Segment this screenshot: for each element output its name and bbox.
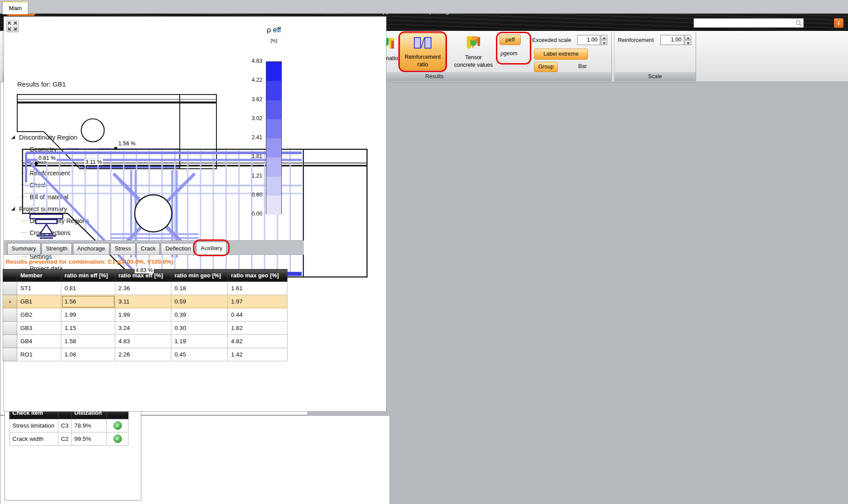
value-cell: 4.82 bbox=[228, 335, 288, 348]
value-cell: 2.26 bbox=[115, 348, 171, 361]
scale-reinforcement-label: Reinforcement bbox=[618, 37, 660, 43]
ratio-label-bottom: 4.83 % bbox=[135, 267, 154, 273]
member-row-gb4[interactable]: GB41.584.831.194.82 bbox=[3, 335, 288, 348]
check-cell: Stress limitation bbox=[10, 419, 58, 432]
subtab-anchorage[interactable]: Anchorage bbox=[73, 243, 110, 254]
value-cell: 0.81 bbox=[61, 282, 115, 295]
results-column-header: Member bbox=[17, 269, 61, 282]
subtab-deflection[interactable]: Deflection bbox=[161, 243, 195, 254]
value-cell: 1.15 bbox=[61, 322, 115, 335]
value-cell: 0.39 bbox=[171, 308, 228, 322]
drawing-title: Results for: GB1 bbox=[17, 80, 66, 88]
ratio-label-top: 0.81 % bbox=[38, 155, 57, 161]
scale-title: ρ eff bbox=[254, 26, 294, 34]
row-selector[interactable]: › bbox=[3, 295, 17, 308]
results-column-header: ratio min eff [%] bbox=[61, 269, 115, 282]
scale-band bbox=[266, 62, 281, 81]
scale-band bbox=[266, 196, 281, 215]
member-cell: GB1 bbox=[17, 295, 61, 308]
combination-note: Results presented for combination: C1 (G… bbox=[6, 258, 174, 265]
member-cell: GB3 bbox=[17, 322, 61, 335]
scale-tick-label: 0.60 bbox=[238, 192, 262, 198]
member-row-gb2[interactable]: GB21.991.990.390.44 bbox=[3, 308, 288, 322]
main-tabstrip: Main bbox=[0, 0, 848, 14]
exceeded-scale-input[interactable]: 1.00 bbox=[577, 35, 600, 45]
row-selector[interactable] bbox=[3, 348, 17, 361]
value-cell: 1.97 bbox=[228, 295, 288, 308]
scale-tick-label: 0.00 bbox=[238, 211, 262, 217]
check-cell: Crack width bbox=[10, 432, 58, 446]
value-cell: 1.19 bbox=[171, 335, 228, 348]
subtab-auxiliary[interactable]: Auxiliary bbox=[196, 242, 227, 254]
support-icon bbox=[30, 214, 63, 238]
check-row-crack-width[interactable]: Crack widthC299.5%✓ bbox=[10, 432, 129, 446]
tab-main[interactable]: Main bbox=[2, 1, 28, 14]
scale-band bbox=[266, 157, 281, 176]
bar-button[interactable]: Bar bbox=[574, 63, 591, 69]
value-cell: 1.61 bbox=[228, 282, 288, 295]
scale-band bbox=[266, 100, 281, 119]
value-cell: 1.42 bbox=[228, 348, 288, 361]
subtab-crack[interactable]: Crack bbox=[136, 243, 160, 254]
ribbon-group-scale: Reinforcement 1.00 Scale bbox=[614, 32, 696, 81]
reinforcement-ratio-icon bbox=[413, 36, 432, 51]
search-icon bbox=[795, 20, 802, 26]
value-cell: 1.08 bbox=[61, 348, 115, 361]
row-selector[interactable] bbox=[3, 322, 17, 335]
opening-circle bbox=[135, 195, 172, 232]
value-cell: 4.83 bbox=[115, 335, 171, 348]
search-input[interactable] bbox=[695, 19, 793, 27]
exceeded-scale-label: Exceeded scale bbox=[532, 37, 576, 43]
check-cell: C3 bbox=[58, 419, 72, 432]
tensor-concrete-values-button[interactable]: Tensor concrete values bbox=[450, 35, 497, 68]
check-cell: C2 bbox=[58, 432, 72, 446]
scale-tick-label: 1.81 bbox=[238, 153, 262, 159]
scale-reinforcement-input[interactable]: 1.00 bbox=[660, 35, 684, 45]
row-selector[interactable] bbox=[3, 308, 17, 322]
member-cell: GB4 bbox=[17, 335, 61, 348]
check-row-stress-limitation[interactable]: Stress limitationC378.9%✓ bbox=[10, 419, 129, 432]
check-cell: 78.9% bbox=[72, 419, 107, 432]
fit-view-button[interactable] bbox=[6, 20, 19, 32]
quick-search-box bbox=[693, 18, 804, 28]
results-column-header: ratio max geo [%] bbox=[228, 269, 288, 282]
row-selector[interactable] bbox=[3, 282, 17, 295]
value-cell: 0.44 bbox=[228, 308, 288, 322]
tensor-icon bbox=[464, 35, 483, 51]
member-cell: RO1 bbox=[17, 348, 61, 361]
value-cell: 0.30 bbox=[171, 322, 228, 335]
group-label-scale: Scale bbox=[614, 72, 696, 81]
results-table: Memberratio min eff [%]ratio max eff [%]… bbox=[3, 269, 288, 361]
value-cell: 1.99 bbox=[115, 308, 171, 322]
ratio-label-mid: 1.56 % bbox=[117, 140, 136, 147]
reinforcement-ratio-button[interactable]: Reinforcement ratio bbox=[400, 33, 446, 70]
member-row-st1[interactable]: ST10.812.360.181.61 bbox=[3, 282, 288, 295]
value-cell: 1.58 bbox=[61, 335, 115, 348]
subtab-strength[interactable]: Strength bbox=[42, 243, 72, 254]
member-row-gb3[interactable]: GB31.153.240.301.82 bbox=[3, 322, 288, 335]
member-row-ro1[interactable]: RO11.082.260.451.42 bbox=[3, 348, 288, 361]
row-selector[interactable] bbox=[3, 335, 17, 348]
results-column-header: ratio min geo [%] bbox=[171, 269, 228, 282]
scale-band bbox=[266, 138, 281, 157]
info-button[interactable]: i bbox=[834, 18, 844, 28]
member-row-gb1[interactable]: ›GB11.563.110.591.97 bbox=[3, 295, 288, 308]
subtab-summary[interactable]: Summary bbox=[7, 243, 41, 254]
scale-reinforcement-stepper[interactable] bbox=[685, 35, 691, 45]
value-cell: 1.82 bbox=[228, 322, 288, 335]
scale-tick-label: 4.22 bbox=[238, 77, 262, 83]
member-cell: ST1 bbox=[17, 282, 61, 295]
rho-geom-button[interactable]: ρgeom bbox=[500, 49, 524, 59]
exceeded-scale-stepper[interactable] bbox=[601, 35, 607, 45]
scale-band bbox=[266, 177, 281, 196]
value-cell: 3.24 bbox=[115, 322, 171, 335]
value-cell: 1.56 bbox=[61, 295, 115, 308]
rho-eff-button[interactable]: ρeff bbox=[500, 34, 521, 45]
group-button[interactable]: Group bbox=[534, 62, 558, 72]
label-extreme-button[interactable]: Label extreme bbox=[534, 49, 588, 60]
scale-tick-label: 3.02 bbox=[238, 115, 262, 121]
scale-unit: [%] bbox=[254, 38, 294, 43]
subtab-stress[interactable]: Stress bbox=[110, 243, 136, 254]
results-column-header bbox=[3, 269, 17, 282]
rho-buttons-group: ρeff ρgeom bbox=[500, 34, 528, 63]
